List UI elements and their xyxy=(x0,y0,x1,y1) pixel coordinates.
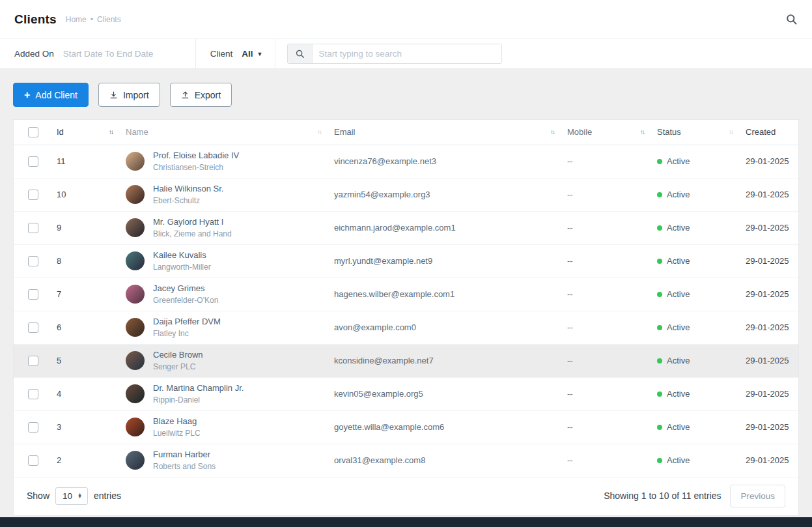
row-checkbox[interactable] xyxy=(28,422,38,433)
table-search-input[interactable] xyxy=(313,44,501,63)
page-title: Clients xyxy=(14,12,57,27)
column-header-name[interactable]: Name xyxy=(126,127,148,137)
search-icon xyxy=(295,49,305,59)
client-name[interactable]: Prof. Eloise Labadie IV xyxy=(153,150,239,162)
row-checkbox[interactable] xyxy=(28,289,38,300)
status-dot-icon xyxy=(657,358,662,363)
table-row[interactable]: 2 Furman Harber Roberts and Sons orval31… xyxy=(14,444,798,477)
row-checkbox[interactable] xyxy=(28,322,38,333)
client-id: 5 xyxy=(57,356,61,365)
client-name[interactable]: Kailee Kuvalis xyxy=(153,249,211,262)
client-company: Greenfelder-O'Kon xyxy=(153,295,218,306)
status-dot-icon xyxy=(657,225,662,231)
table-row[interactable]: 8 Kailee Kuvalis Langworth-Miller myrl.y… xyxy=(14,244,798,278)
avatar xyxy=(126,152,145,171)
client-mobile: -- xyxy=(567,256,573,266)
table-row[interactable]: 10 Halie Wilkinson Sr. Ebert-Schultz yaz… xyxy=(14,178,798,211)
avatar xyxy=(126,285,145,304)
client-created: 29-01-2025 xyxy=(746,289,789,299)
client-created: 29-01-2025 xyxy=(746,422,789,432)
client-mobile: -- xyxy=(567,156,573,166)
client-email: yazmin54@example.org3 xyxy=(334,190,430,199)
client-filter-dropdown[interactable]: All ▼ xyxy=(242,49,262,59)
select-all-checkbox[interactable] xyxy=(28,127,38,137)
breadcrumb-current: Clients xyxy=(97,15,121,24)
global-search-button[interactable] xyxy=(785,13,798,25)
row-checkbox[interactable] xyxy=(28,256,38,266)
client-name[interactable]: Furman Harber xyxy=(153,449,216,461)
export-button[interactable]: Export xyxy=(170,83,232,107)
table-row[interactable]: 7 Jacey Grimes Greenfelder-O'Kon hagenes… xyxy=(14,278,798,311)
column-header-created[interactable]: Created xyxy=(746,127,776,137)
avatar xyxy=(126,351,145,370)
table-row[interactable]: 11 Prof. Eloise Labadie IV Christiansen-… xyxy=(14,145,798,178)
table-row[interactable]: 9 Mr. Gaylord Hyatt I Blick, Zieme and H… xyxy=(14,211,798,244)
import-button[interactable]: Import xyxy=(98,83,160,107)
row-checkbox[interactable] xyxy=(28,223,38,233)
export-label: Export xyxy=(195,90,221,100)
sort-icon[interactable]: ↑↓ xyxy=(550,128,554,135)
avatar xyxy=(126,185,145,204)
client-created: 29-01-2025 xyxy=(746,223,789,233)
sort-icon[interactable]: ↑↓ xyxy=(109,128,113,135)
client-created: 29-01-2025 xyxy=(746,356,789,365)
status-label: Active xyxy=(667,190,690,199)
row-checkbox[interactable] xyxy=(28,156,38,167)
client-name[interactable]: Halie Wilkinson Sr. xyxy=(153,183,223,195)
client-name[interactable]: Dr. Martina Champlin Jr. xyxy=(153,382,244,395)
add-client-button[interactable]: + Add Client xyxy=(13,83,89,107)
client-created: 29-01-2025 xyxy=(746,389,789,399)
client-email: eichmann.jarod@example.com1 xyxy=(334,223,456,233)
table-row[interactable]: 4 Dr. Martina Champlin Jr. Rippin-Daniel… xyxy=(14,377,798,410)
show-label: Show xyxy=(27,491,49,501)
row-checkbox[interactable] xyxy=(28,389,38,399)
breadcrumb-home[interactable]: Home xyxy=(66,15,87,24)
status-label: Active xyxy=(667,422,690,432)
page-size-select[interactable]: 10 ▲▼ xyxy=(55,487,88,505)
client-company: Christiansen-Streich xyxy=(153,162,239,173)
client-created: 29-01-2025 xyxy=(746,322,789,332)
row-checkbox[interactable] xyxy=(28,356,38,366)
table-search-group xyxy=(287,44,502,64)
table-header-row: Id↑↓ Name↑↓ Email↑↓ Mobile↑↓ Status↑↓ Cr… xyxy=(14,120,798,145)
row-checkbox[interactable] xyxy=(28,190,38,200)
added-on-label: Added On xyxy=(14,49,54,59)
table-row[interactable]: 5 Cecile Brown Senger PLC kconsidine@exa… xyxy=(14,344,798,377)
column-header-status[interactable]: Status xyxy=(657,127,681,137)
avatar xyxy=(126,418,145,436)
client-name[interactable]: Cecile Brown xyxy=(153,349,203,362)
status-dot-icon xyxy=(657,425,662,430)
filter-bar: Added On Client All ▼ xyxy=(0,39,812,69)
table-row[interactable]: 6 Daija Pfeffer DVM Flatley Inc avon@exa… xyxy=(14,311,798,344)
client-id: 9 xyxy=(57,223,61,233)
client-name[interactable]: Blaze Haag xyxy=(153,416,201,428)
row-checkbox[interactable] xyxy=(28,455,38,466)
sort-icon[interactable]: ↑↓ xyxy=(317,128,321,135)
table-row[interactable]: 3 Blaze Haag Lueilwitz PLC goyette.willa… xyxy=(14,410,798,444)
add-client-label: Add Client xyxy=(35,90,77,100)
column-header-email[interactable]: Email xyxy=(334,127,356,137)
client-mobile: -- xyxy=(567,223,573,233)
sort-icon[interactable]: ↑↓ xyxy=(729,128,733,135)
client-name[interactable]: Daija Pfeffer DVM xyxy=(153,316,221,328)
date-range-input[interactable] xyxy=(63,49,184,59)
sort-icon[interactable]: ↑↓ xyxy=(640,128,644,135)
client-company: Lueilwitz PLC xyxy=(153,428,201,438)
client-id: 3 xyxy=(57,422,61,432)
status-label: Active xyxy=(667,289,690,299)
clients-table-card: Id↑↓ Name↑↓ Email↑↓ Mobile↑↓ Status↑↓ Cr… xyxy=(13,119,799,516)
client-name[interactable]: Jacey Grimes xyxy=(153,283,218,295)
avatar xyxy=(126,218,145,237)
status-dot-icon xyxy=(657,292,662,297)
toolbar: + Add Client Import Export xyxy=(0,69,812,119)
client-mobile: -- xyxy=(567,389,573,399)
divider xyxy=(275,39,275,68)
previous-page-button[interactable]: Previous xyxy=(730,485,785,507)
column-header-mobile[interactable]: Mobile xyxy=(567,127,592,137)
client-email: goyette.willa@example.com6 xyxy=(334,422,444,432)
client-company: Rippin-Daniel xyxy=(153,395,244,405)
avatar xyxy=(126,251,145,270)
column-header-id[interactable]: Id xyxy=(57,127,64,137)
client-mobile: -- xyxy=(567,422,573,432)
client-name[interactable]: Mr. Gaylord Hyatt I xyxy=(153,216,232,229)
